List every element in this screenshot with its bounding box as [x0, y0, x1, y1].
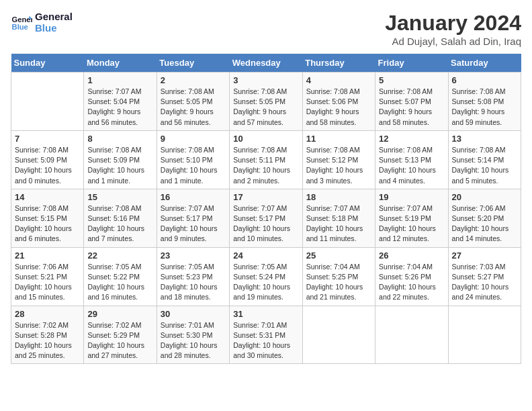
day-info: Sunrise: 7:08 AMSunset: 5:11 PMDaylight:…: [233, 145, 298, 186]
header-day-tuesday: Tuesday: [157, 54, 229, 73]
calendar-week-row: 1Sunrise: 7:07 AMSunset: 5:04 PMDaylight…: [11, 73, 521, 131]
day-info: Sunrise: 7:08 AMSunset: 5:08 PMDaylight:…: [452, 87, 517, 128]
day-info: Sunrise: 7:02 AMSunset: 5:28 PMDaylight:…: [15, 320, 80, 361]
calendar-cell: 16Sunrise: 7:07 AMSunset: 5:17 PMDayligh…: [157, 189, 229, 247]
day-info: Sunrise: 7:06 AMSunset: 5:21 PMDaylight:…: [15, 262, 80, 303]
day-info: Sunrise: 7:07 AMSunset: 5:17 PMDaylight:…: [161, 203, 226, 244]
day-info: Sunrise: 7:08 AMSunset: 5:06 PMDaylight:…: [306, 87, 371, 128]
day-number: 30: [161, 309, 226, 319]
day-number: 1: [87, 75, 152, 85]
day-number: 31: [233, 309, 298, 319]
calendar-week-row: 7Sunrise: 7:08 AMSunset: 5:09 PMDaylight…: [11, 130, 521, 189]
logo: General Blue General Blue: [11, 11, 73, 34]
day-number: 15: [87, 192, 152, 202]
day-number: 2: [161, 75, 226, 85]
logo-text-general: General: [35, 11, 73, 22]
day-number: 8: [87, 134, 152, 144]
day-info: Sunrise: 7:08 AMSunset: 5:05 PMDaylight:…: [161, 87, 226, 128]
day-number: 11: [306, 134, 371, 144]
day-info: Sunrise: 7:07 AMSunset: 5:19 PMDaylight:…: [379, 203, 444, 244]
day-number: 28: [15, 309, 80, 319]
calendar-cell: 29Sunrise: 7:02 AMSunset: 5:29 PMDayligh…: [84, 306, 157, 364]
day-number: 26: [379, 250, 444, 261]
day-info: Sunrise: 7:02 AMSunset: 5:29 PMDaylight:…: [87, 320, 152, 361]
day-info: Sunrise: 7:08 AMSunset: 5:13 PMDaylight:…: [379, 145, 444, 186]
day-info: Sunrise: 7:04 AMSunset: 5:26 PMDaylight:…: [379, 262, 444, 303]
day-info: Sunrise: 7:08 AMSunset: 5:05 PMDaylight:…: [233, 87, 298, 128]
page-title: January 2024: [385, 11, 521, 36]
calendar-cell: 30Sunrise: 7:01 AMSunset: 5:30 PMDayligh…: [157, 306, 229, 364]
day-info: Sunrise: 7:01 AMSunset: 5:30 PMDaylight:…: [161, 320, 226, 361]
header-day-monday: Monday: [84, 54, 157, 73]
calendar-cell: 21Sunrise: 7:06 AMSunset: 5:21 PMDayligh…: [11, 247, 84, 306]
calendar-cell: 3Sunrise: 7:08 AMSunset: 5:05 PMDaylight…: [230, 73, 302, 131]
day-number: 22: [87, 250, 152, 261]
calendar-cell: 17Sunrise: 7:07 AMSunset: 5:17 PMDayligh…: [230, 189, 302, 247]
day-number: 5: [379, 75, 444, 85]
day-number: 21: [15, 250, 80, 261]
day-info: Sunrise: 7:04 AMSunset: 5:25 PMDaylight:…: [306, 262, 371, 303]
day-info: Sunrise: 7:08 AMSunset: 5:09 PMDaylight:…: [15, 145, 80, 186]
calendar-week-row: 14Sunrise: 7:08 AMSunset: 5:15 PMDayligh…: [11, 189, 521, 247]
calendar-cell: 31Sunrise: 7:01 AMSunset: 5:31 PMDayligh…: [230, 306, 302, 364]
day-info: Sunrise: 7:08 AMSunset: 5:09 PMDaylight:…: [87, 145, 152, 186]
calendar-cell: [302, 306, 375, 364]
header-day-saturday: Saturday: [448, 54, 521, 73]
svg-text:Blue: Blue: [12, 23, 28, 31]
day-number: 29: [87, 309, 152, 319]
day-number: 14: [15, 192, 80, 202]
page-subtitle: Ad Dujayl, Salah ad Din, Iraq: [385, 36, 521, 47]
day-number: 6: [452, 75, 517, 85]
calendar-cell: 28Sunrise: 7:02 AMSunset: 5:28 PMDayligh…: [11, 306, 84, 364]
day-number: 13: [452, 134, 517, 144]
day-info: Sunrise: 7:08 AMSunset: 5:14 PMDaylight:…: [452, 145, 517, 186]
calendar-cell: 11Sunrise: 7:08 AMSunset: 5:12 PMDayligh…: [302, 130, 375, 189]
page-header: General Blue General Blue January 2024 A…: [11, 11, 521, 47]
calendar-cell: 1Sunrise: 7:07 AMSunset: 5:04 PMDaylight…: [84, 73, 157, 131]
calendar-cell: [448, 306, 521, 364]
day-number: 16: [161, 192, 226, 202]
title-area: January 2024 Ad Dujayl, Salah ad Din, Ir…: [385, 11, 521, 47]
calendar-cell: 4Sunrise: 7:08 AMSunset: 5:06 PMDaylight…: [302, 73, 375, 131]
calendar-cell: 20Sunrise: 7:06 AMSunset: 5:20 PMDayligh…: [448, 189, 521, 247]
calendar-cell: 22Sunrise: 7:05 AMSunset: 5:22 PMDayligh…: [84, 247, 157, 306]
header-day-thursday: Thursday: [302, 54, 375, 73]
calendar-cell: 18Sunrise: 7:07 AMSunset: 5:18 PMDayligh…: [302, 189, 375, 247]
calendar-cell: 19Sunrise: 7:07 AMSunset: 5:19 PMDayligh…: [375, 189, 448, 247]
day-number: 23: [161, 250, 226, 261]
day-info: Sunrise: 7:07 AMSunset: 5:04 PMDaylight:…: [87, 87, 152, 128]
day-number: 10: [233, 134, 298, 144]
day-info: Sunrise: 7:06 AMSunset: 5:20 PMDaylight:…: [452, 203, 517, 244]
day-number: 7: [15, 134, 80, 144]
day-number: 19: [379, 192, 444, 202]
header-day-sunday: Sunday: [11, 54, 84, 73]
calendar-cell: 27Sunrise: 7:03 AMSunset: 5:27 PMDayligh…: [448, 247, 521, 306]
day-number: 18: [306, 192, 371, 202]
day-number: 24: [233, 250, 298, 261]
logo-icon: General Blue: [11, 11, 32, 33]
calendar-cell: 5Sunrise: 7:08 AMSunset: 5:07 PMDaylight…: [375, 73, 448, 131]
day-number: 17: [233, 192, 298, 202]
day-info: Sunrise: 7:05 AMSunset: 5:22 PMDaylight:…: [87, 262, 152, 303]
header-day-friday: Friday: [375, 54, 448, 73]
day-info: Sunrise: 7:03 AMSunset: 5:27 PMDaylight:…: [452, 262, 517, 303]
day-info: Sunrise: 7:07 AMSunset: 5:17 PMDaylight:…: [233, 203, 298, 244]
day-number: 4: [306, 75, 371, 85]
calendar-cell: 7Sunrise: 7:08 AMSunset: 5:09 PMDaylight…: [11, 130, 84, 189]
day-info: Sunrise: 7:08 AMSunset: 5:07 PMDaylight:…: [379, 87, 444, 128]
day-info: Sunrise: 7:05 AMSunset: 5:24 PMDaylight:…: [233, 262, 298, 303]
calendar-cell: 8Sunrise: 7:08 AMSunset: 5:09 PMDaylight…: [84, 130, 157, 189]
day-info: Sunrise: 7:08 AMSunset: 5:15 PMDaylight:…: [15, 203, 80, 244]
calendar-cell: 2Sunrise: 7:08 AMSunset: 5:05 PMDaylight…: [157, 73, 229, 131]
calendar-cell: 13Sunrise: 7:08 AMSunset: 5:14 PMDayligh…: [448, 130, 521, 189]
calendar-cell: [11, 73, 84, 131]
calendar-cell: 14Sunrise: 7:08 AMSunset: 5:15 PMDayligh…: [11, 189, 84, 247]
day-info: Sunrise: 7:01 AMSunset: 5:31 PMDaylight:…: [233, 320, 298, 361]
calendar-cell: 15Sunrise: 7:08 AMSunset: 5:16 PMDayligh…: [84, 189, 157, 247]
day-info: Sunrise: 7:08 AMSunset: 5:10 PMDaylight:…: [161, 145, 226, 186]
calendar-cell: 10Sunrise: 7:08 AMSunset: 5:11 PMDayligh…: [230, 130, 302, 189]
day-info: Sunrise: 7:07 AMSunset: 5:18 PMDaylight:…: [306, 203, 371, 244]
day-info: Sunrise: 7:08 AMSunset: 5:12 PMDaylight:…: [306, 145, 371, 186]
day-info: Sunrise: 7:05 AMSunset: 5:23 PMDaylight:…: [161, 262, 226, 303]
day-number: 25: [306, 250, 371, 261]
